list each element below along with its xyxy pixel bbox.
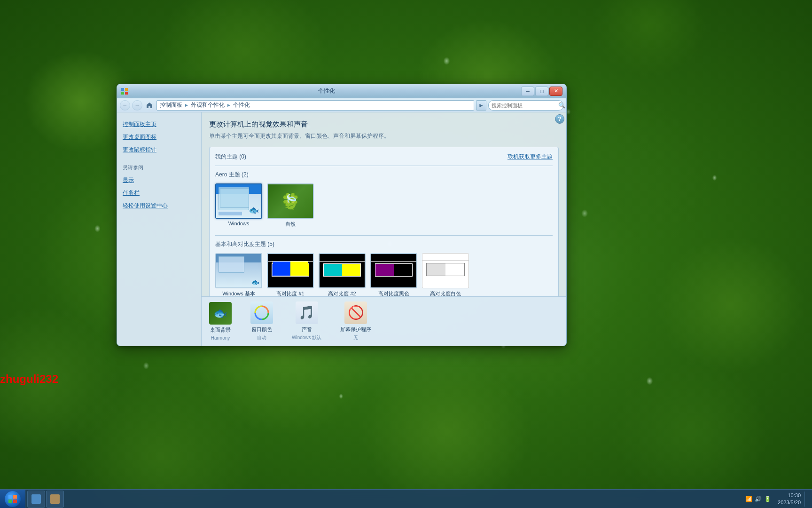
path-arrow-1: ►: [184, 103, 189, 108]
tray-icon-volume: 🔊: [754, 495, 762, 503]
bottom-sublabel-desktop-bg: Harmony: [211, 335, 230, 341]
window-controls: ─ □ ✕: [521, 87, 562, 96]
minimize-button[interactable]: ─: [521, 87, 534, 96]
path-part-1: 控制面板: [160, 101, 182, 109]
taskbar-item-icon-1: [31, 494, 41, 504]
my-themes-label: 我的主题 (0): [215, 153, 246, 160]
close-button[interactable]: ✕: [549, 87, 562, 96]
main-content: ? 更改计算机上的视觉效果和声音 单击某个主题可全面更改其桌面背景、窗口颜色、声…: [202, 112, 566, 296]
taskbar-item-icon-2: [50, 494, 60, 504]
theme-hc1[interactable]: 高对比度 #1: [267, 253, 314, 296]
sidebar-link-display[interactable]: 显示: [123, 176, 195, 185]
page-subtitle: 单击某个主题可全面更改其桌面背景、窗口颜色、声音和屏幕保护程序。: [209, 132, 559, 140]
get-more-themes-link[interactable]: 联机获取更多主题: [508, 153, 553, 161]
sidebar-see-also-section: 另请参阅 显示 任务栏 轻松使用设置中心: [123, 164, 195, 211]
theme-hcwhite[interactable]: 高对比度白色: [422, 253, 469, 296]
start-orb: [5, 491, 21, 507]
maximize-button[interactable]: □: [535, 87, 548, 96]
help-button[interactable]: ?: [555, 114, 564, 124]
bottom-item-sound[interactable]: 🎵 声音 Windows 默认: [292, 302, 321, 341]
divider-1: [215, 166, 553, 166]
taskbar-tray: 📶 🔊 🔋 10:30 2023/5/20: [742, 492, 812, 507]
title-bar: 个性化 ─ □ ✕: [117, 84, 566, 98]
tray-icon-network: 📶: [745, 495, 752, 503]
bottom-label-desktop-bg: 桌面背景: [210, 326, 231, 333]
window-color-icon: [250, 302, 273, 324]
theme-label-hcblack: 高对比度黑色: [378, 290, 409, 296]
back-button[interactable]: ←: [120, 100, 130, 111]
sidebar-see-also-title: 另请参阅: [123, 164, 195, 171]
window-title: 个性化: [132, 87, 521, 95]
search-input[interactable]: [492, 103, 556, 108]
svg-rect-2: [121, 92, 124, 95]
taskbar: 📶 🔊 🔋 10:30 2023/5/20: [0, 489, 812, 508]
theme-thumb-nature: 🍀: [267, 183, 314, 219]
taskbar-items: [25, 490, 66, 508]
divider-2: [215, 235, 553, 236]
theme-label-basic: Windows 基本: [222, 290, 255, 296]
theme-basic-windows[interactable]: 🐟 Windows 基本: [215, 253, 262, 296]
aero-themes-grid: 🐟 Windows 🍀 自然: [215, 183, 553, 228]
bottom-label-screensaver: 屏幕保护程序: [340, 326, 371, 333]
window-icon: [121, 87, 128, 95]
theme-hcblack[interactable]: 高对比度黑色: [370, 253, 417, 296]
bottom-sublabel-screensaver: 无: [353, 334, 358, 341]
bottom-item-window-color[interactable]: 窗口颜色 自动: [250, 302, 273, 341]
theme-thumb-windows: 🐟: [215, 183, 262, 219]
window-body: 控制面板主页 更改桌面图标 更改鼠标指针 另请参阅 显示 任务栏 轻松使用设置中…: [117, 112, 566, 346]
theme-label-nature: 自然: [285, 221, 296, 228]
bottom-sublabel-sound: Windows 默认: [292, 334, 321, 341]
start-button[interactable]: [0, 490, 25, 508]
address-bar: ← → 控制面板 ► 外观和个性化 ► 个性化 ► 🔍: [117, 98, 566, 112]
screensaver-icon: 🚫: [344, 302, 367, 324]
theme-windows[interactable]: 🐟 Windows: [215, 183, 262, 228]
bottom-bar: 🐟 桌面背景 Harmony: [202, 296, 566, 346]
page-title: 更改计算机上的视觉效果和声音: [209, 120, 559, 129]
tray-clock: 10:30 2023/5/20: [778, 492, 801, 506]
theme-label-hc2: 高对比度 #2: [328, 290, 356, 296]
sidebar-link-home[interactable]: 控制面板主页: [123, 120, 195, 129]
home-button[interactable]: [144, 100, 155, 111]
bottom-label-sound: 声音: [302, 326, 312, 333]
show-desktop-button[interactable]: [804, 492, 808, 507]
sidebar-link-ease[interactable]: 轻松使用设置中心: [123, 201, 195, 210]
themes-panel: 我的主题 (0) 联机获取更多主题 Aero 主题 (2): [209, 147, 559, 296]
svg-rect-5: [8, 495, 12, 499]
theme-thumb-hcwhite: [422, 253, 469, 288]
taskbar-item-1[interactable]: [27, 491, 45, 508]
theme-thumb-hc1: [267, 253, 314, 288]
path-part-2: 外观和个性化: [191, 101, 225, 109]
svg-rect-7: [8, 500, 12, 503]
sidebar-link-mouse[interactable]: 更改鼠标指针: [123, 145, 195, 154]
watermark: zhuguli232: [0, 373, 58, 386]
sidebar: 控制面板主页 更改桌面图标 更改鼠标指针 另请参阅 显示 任务栏 轻松使用设置中…: [117, 112, 202, 346]
aero-themes-header: Aero 主题 (2): [215, 171, 553, 179]
bottom-item-screensaver[interactable]: 🚫 屏幕保护程序 无: [340, 302, 371, 341]
theme-nature[interactable]: 🍀 自然: [267, 183, 314, 228]
svg-rect-0: [121, 88, 124, 91]
my-themes-header: 我的主题 (0) 联机获取更多主题: [215, 153, 553, 161]
clock-time: 10:30: [778, 492, 801, 499]
forward-button[interactable]: →: [132, 100, 142, 111]
desktop: zhuguli232 个性化 ─ □ ✕ ← →: [0, 0, 812, 508]
svg-rect-3: [125, 92, 128, 95]
theme-hc2[interactable]: 高对比度 #2: [319, 253, 366, 296]
taskbar-item-2[interactable]: [46, 491, 64, 508]
bottom-item-desktop-bg[interactable]: 🐟 桌面背景 Harmony: [209, 302, 232, 340]
theme-label-hc1: 高对比度 #1: [276, 290, 304, 296]
theme-thumb-hcblack: [370, 253, 417, 288]
bottom-sublabel-window-color: 自动: [257, 334, 266, 341]
address-path: 控制面板 ► 外观和个性化 ► 个性化: [156, 100, 474, 111]
basic-themes-grid: 🐟 Windows 基本 高对比度 #1: [215, 253, 553, 296]
go-button[interactable]: ►: [476, 100, 486, 111]
sidebar-link-desktop-icon[interactable]: 更改桌面图标: [123, 133, 195, 142]
personalization-window: 个性化 ─ □ ✕ ← → 控制面板 ► 外观和个性化 ► 个性化: [117, 84, 567, 346]
search-icon: 🔍: [558, 102, 565, 109]
sidebar-link-taskbar[interactable]: 任务栏: [123, 189, 195, 198]
theme-thumb-basic: 🐟: [215, 253, 262, 288]
sidebar-main-section: 控制面板主页 更改桌面图标 更改鼠标指针: [123, 120, 195, 155]
clock-date: 2023/5/20: [778, 499, 801, 506]
svg-rect-6: [13, 495, 17, 499]
tray-icons: 📶 🔊 🔋: [742, 495, 774, 503]
bottom-label-window-color: 窗口颜色: [251, 326, 272, 333]
